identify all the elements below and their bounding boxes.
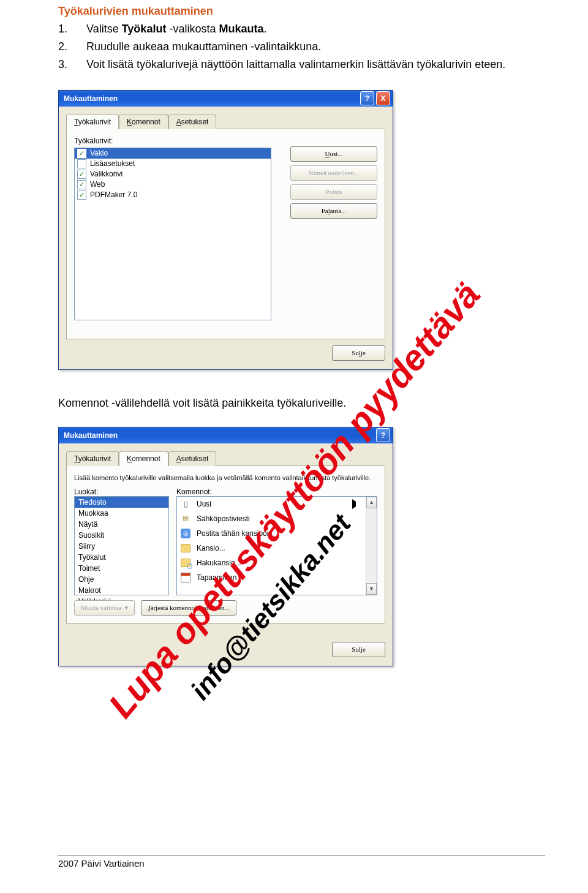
- list-item[interactable]: Siirry: [75, 541, 168, 552]
- reset-button[interactable]: Palauta...: [290, 203, 377, 219]
- tabstrip: Työkalurivit Komennot Asetukset: [66, 114, 385, 129]
- list-item[interactable]: ▯ Uusi: [177, 497, 377, 511]
- list-item[interactable]: Hakukansio...: [177, 556, 377, 570]
- list-item[interactable]: Suosikit: [75, 530, 168, 541]
- toolbars-label: Työkalurivit:: [74, 137, 377, 145]
- list-item[interactable]: Työkalut: [75, 552, 168, 563]
- modify-selection-button: Muuta valintaa: [74, 600, 135, 616]
- step-1: 1. Valitse Työkalut -valikosta Mukauta.: [58, 21, 545, 37]
- checkbox-icon[interactable]: ✓: [77, 170, 86, 179]
- list-item[interactable]: Muokkaa: [75, 508, 168, 519]
- list-item[interactable]: ✓PDFMaker 7.0: [75, 190, 271, 200]
- help-button[interactable]: ?: [376, 428, 390, 442]
- rename-button: Nimeä uudelleen...: [290, 165, 377, 181]
- dialog-title: Mukauttaminen: [64, 94, 118, 103]
- help-button[interactable]: ?: [360, 91, 374, 105]
- tab-toolbars[interactable]: Työkalurivit: [66, 115, 119, 129]
- new-document-icon: ▯: [181, 499, 190, 509]
- search-folder-icon: [181, 558, 190, 568]
- tab-settings[interactable]: Asetukset: [168, 451, 217, 466]
- checkbox-icon[interactable]: ✓: [77, 190, 86, 200]
- step-2: 2. Ruudulle aukeaa mukauttaminen -valint…: [58, 39, 545, 55]
- list-item[interactable]: ✉ Sähköpostiviesti: [177, 511, 377, 526]
- toolbars-listbox[interactable]: ✓Vakio Lisäasetukset ✓Valikkorivi ✓Web ✓…: [74, 148, 271, 320]
- tab-commands[interactable]: Komennot: [119, 451, 168, 466]
- list-item[interactable]: Kansio...: [177, 541, 377, 556]
- checkbox-icon[interactable]: [77, 159, 86, 168]
- list-item[interactable]: Näytä: [75, 519, 168, 530]
- mail-icon: ✉: [181, 514, 190, 524]
- checkbox-icon[interactable]: ✓: [77, 180, 86, 189]
- close-icon[interactable]: X: [376, 91, 390, 105]
- list-item[interactable]: ✓Web: [75, 179, 271, 190]
- page-title: Työkalurivien mukauttaminen: [58, 5, 545, 18]
- tab-commands[interactable]: Komennot: [119, 115, 168, 129]
- post-icon: ◎: [181, 529, 190, 538]
- list-item[interactable]: Toimet: [75, 563, 168, 574]
- list-item[interactable]: Tapaaminen: [177, 570, 377, 585]
- customize-dialog-toolbars: Mukauttaminen ? X Työkalurivit Komennot …: [58, 90, 393, 370]
- folder-icon: [181, 543, 190, 553]
- dialog-title: Mukauttaminen: [64, 431, 118, 440]
- scroll-up-icon[interactable]: ▲: [366, 497, 377, 508]
- categories-listbox[interactable]: Tiedosto Muokkaa Näytä Suosikit Siirry T…: [74, 496, 169, 595]
- page-footer: 2007 Päivi Vartiainen: [58, 855, 545, 869]
- customize-dialog-commands: Mukauttaminen ? Työkalurivit Komennot As…: [58, 427, 393, 666]
- list-item[interactable]: ◎ Postita tähän kansioon: [177, 526, 377, 541]
- step-3: 3. Voit lisätä työkalurivejä näyttöön la…: [58, 57, 545, 72]
- list-item[interactable]: ✓Valikkorivi: [75, 169, 271, 179]
- checkbox-icon[interactable]: ✓: [77, 149, 86, 158]
- mid-paragraph: Komennot -välilehdellä voit lisätä paini…: [58, 397, 545, 410]
- new-button[interactable]: Uusi...: [290, 146, 377, 162]
- tabstrip: Työkalurivit Komennot Asetukset: [66, 451, 385, 466]
- list-item[interactable]: ✓Vakio: [75, 148, 271, 159]
- list-item[interactable]: Ohje: [75, 574, 168, 585]
- delete-button: Poista: [290, 184, 377, 200]
- categories-label: Luokat:: [74, 488, 169, 496]
- chevron-right-icon: [352, 499, 361, 509]
- tab-settings[interactable]: Asetukset: [168, 115, 217, 129]
- scroll-down-icon[interactable]: ▼: [366, 583, 377, 595]
- list-item[interactable]: Lisäasetukset: [75, 159, 271, 169]
- titlebar: Mukauttaminen ?: [59, 428, 393, 443]
- commands-listbox[interactable]: ▯ Uusi ✉ Sähköpostiviesti ◎: [176, 496, 377, 595]
- close-button[interactable]: Sulje: [332, 642, 385, 657]
- titlebar: Mukauttaminen ? X: [59, 91, 393, 107]
- description-text: Lisää komento työkaluriville valitsemall…: [74, 473, 377, 483]
- scrollbar[interactable]: ▲ ▼: [366, 497, 377, 595]
- calendar-icon: [181, 573, 190, 582]
- tab-toolbars[interactable]: Työkalurivit: [66, 451, 119, 466]
- list-item[interactable]: Makrot: [75, 585, 168, 596]
- commands-label: Komennot:: [176, 488, 377, 496]
- rearrange-commands-button[interactable]: Järjestä komennot uudelleen...: [141, 600, 236, 616]
- list-item[interactable]: Tiedosto: [75, 497, 168, 508]
- close-button[interactable]: Sulje: [332, 345, 385, 361]
